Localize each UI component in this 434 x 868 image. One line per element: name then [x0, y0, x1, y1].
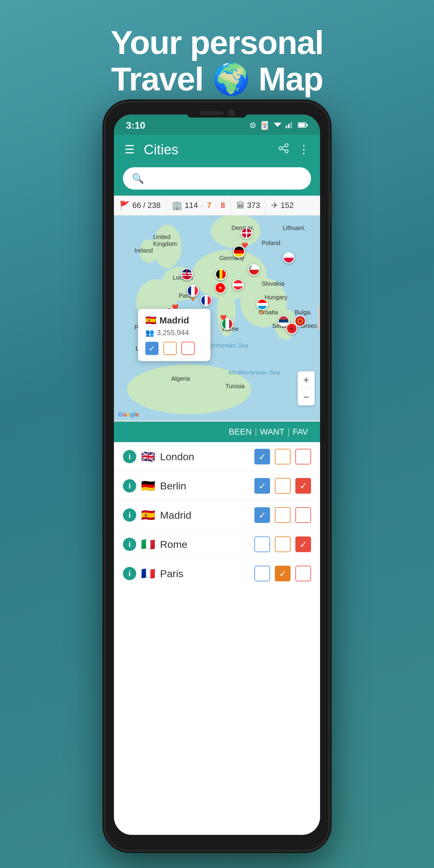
- building-icon: 🏢: [172, 200, 182, 210]
- hamburger-icon[interactable]: ☰: [124, 143, 135, 156]
- pin-austria[interactable]: [232, 279, 244, 291]
- fav-berlin[interactable]: ✓: [296, 478, 311, 494]
- flag-london: 🇬🇧: [141, 450, 155, 463]
- been-paris[interactable]: [254, 566, 270, 581]
- header-want: WANT: [260, 427, 284, 437]
- status-icons: ⚙ 🃏: [249, 121, 308, 130]
- info-btn-london[interactable]: i: [123, 450, 136, 463]
- label-hungary: Hungary: [265, 294, 287, 301]
- name-rome: Rome: [160, 538, 250, 550]
- label-lithuania: Lithuani.: [283, 224, 306, 231]
- svg-rect-3: [290, 122, 292, 128]
- zoom-out-button[interactable]: −: [298, 389, 315, 405]
- stat-cities-blue: 114: [185, 201, 198, 210]
- info-btn-madrid[interactable]: i: [123, 508, 136, 522]
- pin-switzerland[interactable]: +: [214, 282, 226, 294]
- map-scroll-indicator: [318, 306, 320, 330]
- fav-paris[interactable]: [296, 566, 311, 581]
- been-berlin[interactable]: ✓: [254, 478, 270, 494]
- label-algeria: Algeria: [171, 375, 190, 382]
- svg-point-19: [211, 216, 260, 248]
- svg-point-7: [285, 144, 288, 147]
- info-btn-rome[interactable]: i: [123, 538, 136, 551]
- svg-point-9: [285, 150, 288, 153]
- info-btn-berlin[interactable]: i: [123, 479, 136, 493]
- google-logo: Google: [118, 411, 139, 418]
- want-madrid[interactable]: [275, 507, 290, 523]
- been-madrid[interactable]: ✓: [254, 507, 270, 523]
- pin-rome[interactable]: ❤️: [221, 318, 233, 330]
- globe-icon: 🌍: [213, 62, 250, 96]
- search-input-container[interactable]: 🔍: [123, 167, 311, 190]
- camera: [228, 110, 235, 116]
- list-header-labels: BEEN | WANT | FAV: [229, 427, 308, 437]
- status-bar: 3:10 ⚙ 🃏: [114, 115, 320, 135]
- pin-croatia[interactable]: [256, 299, 268, 310]
- popup-been-checkbox[interactable]: ✓: [145, 342, 158, 355]
- stats-bar: 🚩 66 / 238 🏢 114 · 7 · 8 🏛 373: [114, 195, 320, 216]
- pin-france-south[interactable]: [200, 294, 212, 307]
- wifi-icon: [273, 121, 282, 130]
- more-icon[interactable]: ⋮: [298, 143, 310, 156]
- stat-flights[interactable]: ✈ 152: [266, 195, 299, 215]
- phone-screen: 3:10 ⚙ 🃏: [114, 115, 320, 835]
- city-row-london: i 🇬🇧 London ✓: [114, 442, 320, 471]
- pin-czech[interactable]: [248, 264, 260, 276]
- pin-belgium[interactable]: [215, 268, 227, 280]
- stat-countries[interactable]: 🚩 66 / 238: [114, 195, 166, 215]
- name-madrid: Madrid: [160, 509, 250, 521]
- map-popup: 🇪🇸 Madrid 👥 3,255,944 ✓: [138, 309, 210, 361]
- header-fav: FAV: [293, 427, 308, 437]
- label-bulgaria: Bulga.: [295, 309, 312, 316]
- pin-poland[interactable]: [283, 252, 295, 264]
- popup-population: 👥 3,255,944: [145, 329, 203, 337]
- city-row-paris: i 🇫🇷 Paris ✓: [114, 559, 320, 588]
- popup-fav-checkbox[interactable]: [181, 342, 195, 355]
- fav-rome[interactable]: ✓: [296, 536, 311, 552]
- svg-rect-6: [299, 123, 305, 127]
- share-icon[interactable]: [278, 143, 289, 156]
- search-icon: 🔍: [132, 173, 144, 184]
- pin-paris[interactable]: [187, 285, 199, 297]
- label-slovakia: Slovakia: [261, 280, 284, 287]
- svg-marker-0: [274, 123, 281, 127]
- popup-want-checkbox[interactable]: [163, 342, 177, 355]
- been-rome[interactable]: [254, 536, 270, 552]
- stat-cities-red: 8: [221, 201, 225, 210]
- pin-albania[interactable]: ⌖: [286, 322, 298, 335]
- label-mediterranean: Mediterranean Sea: [228, 369, 280, 376]
- pin-london[interactable]: [181, 268, 193, 280]
- flag-rome: 🇮🇹: [141, 538, 155, 551]
- zoom-in-button[interactable]: +: [298, 371, 315, 388]
- app-bar: ☰ Cities ⋮: [114, 135, 320, 164]
- svg-rect-1: [286, 126, 287, 128]
- want-london[interactable]: [275, 449, 290, 464]
- fav-madrid[interactable]: [296, 507, 311, 523]
- stat-cities-orange: 7: [207, 201, 211, 210]
- want-rome[interactable]: [275, 536, 290, 552]
- svg-rect-5: [307, 124, 308, 126]
- map-area[interactable]: UnitedKingdom Ireland London Germany Pol…: [114, 216, 320, 421]
- city-list: i 🇬🇧 London ✓ i 🇩🇪 Berlin ✓ ✓: [114, 442, 320, 835]
- want-paris[interactable]: ✓: [275, 566, 290, 581]
- name-london: London: [160, 451, 250, 463]
- hero-travel: Travel: [111, 61, 203, 97]
- want-berlin[interactable]: [275, 478, 290, 494]
- list-header: BEEN | WANT | FAV: [114, 422, 320, 442]
- pin-denmark[interactable]: [241, 227, 253, 239]
- pin-berlin[interactable]: ❤️: [233, 246, 245, 258]
- power-button: [329, 193, 332, 217]
- stat-cities[interactable]: 🏢 114 · 7 · 8: [166, 195, 231, 215]
- battery-icon: [298, 121, 308, 130]
- hero-section: Your personal Travel 🌍 Map: [0, 0, 434, 97]
- header-been: BEEN: [229, 427, 252, 437]
- svg-point-8: [279, 147, 282, 150]
- stat-monuments[interactable]: 🏛 373: [231, 195, 266, 215]
- fav-london[interactable]: [296, 449, 311, 464]
- info-btn-paris[interactable]: i: [123, 567, 136, 580]
- been-london[interactable]: ✓: [254, 449, 270, 464]
- zoom-controls: + −: [298, 371, 315, 405]
- popup-city-name: 🇪🇸 Madrid: [145, 315, 203, 326]
- svg-line-10: [282, 146, 285, 147]
- speaker-bar: [199, 111, 224, 115]
